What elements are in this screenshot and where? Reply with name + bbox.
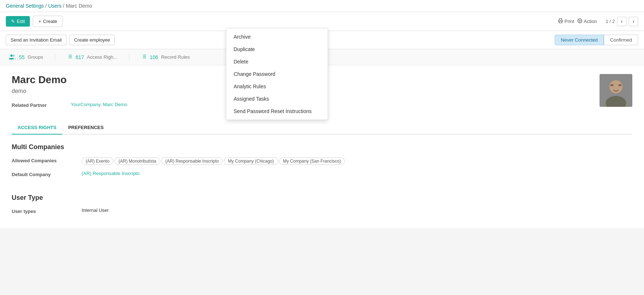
- user-types-label: User types: [12, 207, 77, 214]
- menu-item-send-reset[interactable]: Send Password Reset Instructions: [226, 105, 328, 117]
- invite-button[interactable]: Send an Invitation Email: [6, 35, 66, 45]
- create-employee-button[interactable]: Create employee: [69, 35, 115, 45]
- breadcrumb-general-settings[interactable]: General Settings: [6, 3, 44, 9]
- edit-label: Edit: [17, 19, 25, 24]
- user-type-title: User Type: [12, 194, 632, 202]
- action-label: Action: [584, 19, 597, 24]
- allowed-companies-tags: (AR) Exento (AR) Monotributista (AR) Res…: [82, 157, 632, 166]
- groups-count: 55: [19, 54, 25, 60]
- tag-ar-responsable: (AR) Responsable Inscripto: [161, 158, 223, 165]
- create-label: Create: [43, 19, 57, 24]
- stat-access-rights[interactable]: 617 Access Righ...: [67, 54, 117, 61]
- user-types-value: Internal User: [82, 207, 632, 213]
- user-types-field: User types Internal User: [12, 207, 632, 214]
- breadcrumb-sep2: /: [63, 3, 65, 9]
- edit-button[interactable]: ✎ Edit: [6, 16, 30, 27]
- print-label: Print: [565, 19, 574, 24]
- default-company-label: Default Company: [12, 171, 77, 177]
- related-partner-label: Related Partner: [12, 102, 66, 108]
- svg-point-1: [579, 20, 581, 22]
- default-company-value[interactable]: (AR) Responsable Inscripto: [82, 171, 632, 176]
- plus-icon: +: [38, 19, 41, 24]
- groups-label: Groups: [28, 54, 43, 60]
- menu-item-assigned-tasks[interactable]: Assigned Tasks: [226, 93, 328, 105]
- action-dropdown: Archive Duplicate Delete Change Password…: [226, 28, 328, 120]
- avatar: [600, 74, 632, 107]
- toolbar: ✎ Edit + Create Print Action 1 / 2 ‹ › A…: [0, 12, 644, 31]
- menu-item-delete[interactable]: Delete: [226, 55, 328, 68]
- print-button[interactable]: Print: [558, 18, 574, 24]
- create-button[interactable]: + Create: [33, 16, 63, 27]
- pagination-text: 1 / 2: [606, 19, 615, 24]
- svg-rect-18: [610, 84, 613, 86]
- people-icon: [9, 54, 16, 61]
- tag-chicago: My Company (Chicago): [224, 158, 278, 165]
- breadcrumb: General Settings / Users / Marc Demo: [0, 0, 644, 12]
- breadcrumb-sep1: /: [45, 3, 47, 9]
- menu-item-analytic-rules[interactable]: Analytic Rules: [226, 80, 328, 93]
- tag-ar-exento: (AR) Exento: [82, 158, 113, 165]
- edit-icon: ✎: [11, 19, 15, 24]
- menu-item-change-password[interactable]: Change Password: [226, 68, 328, 80]
- print-icon: [558, 18, 563, 24]
- access-rights-count: 617: [75, 54, 84, 60]
- tag-ar-monotributista: (AR) Monotributista: [114, 158, 160, 165]
- svg-point-2: [10, 54, 12, 57]
- menu-item-duplicate[interactable]: Duplicate: [226, 43, 328, 55]
- breadcrumb-users[interactable]: Users: [48, 3, 62, 9]
- tab-access-rights[interactable]: ACCESS RIGHTS: [12, 121, 62, 135]
- next-button[interactable]: ›: [629, 17, 638, 26]
- gear-icon: [577, 18, 582, 24]
- default-company-field: Default Company (AR) Responsable Inscrip…: [12, 171, 632, 177]
- multi-companies-title: Multi Companies: [12, 143, 632, 151]
- record-rules-label: Record Rules: [161, 54, 190, 60]
- breadcrumb-current: Marc Demo: [66, 3, 92, 9]
- menu-item-archive[interactable]: Archive: [226, 31, 328, 43]
- related-partner-value[interactable]: YourCompany, Marc Demo: [71, 102, 127, 107]
- status-never-connected[interactable]: Never Connected: [555, 35, 604, 45]
- multi-companies-section: Multi Companies Allowed Companies (AR) E…: [0, 135, 644, 191]
- prev-button[interactable]: ‹: [617, 17, 627, 26]
- allowed-companies-label: Allowed Companies: [12, 157, 77, 163]
- stat-groups[interactable]: 55 Groups: [9, 54, 43, 61]
- svg-rect-0: [559, 21, 562, 23]
- user-type-section: User Type User types Internal User: [0, 191, 644, 228]
- action-button[interactable]: Action: [577, 18, 597, 24]
- svg-rect-19: [618, 84, 621, 86]
- tabs: ACCESS RIGHTS PREFERENCES: [12, 121, 632, 135]
- allowed-companies-field: Allowed Companies (AR) Exento (AR) Monot…: [12, 157, 632, 166]
- record-rules-count: 106: [150, 54, 158, 60]
- access-rights-label: Access Righ...: [87, 54, 117, 60]
- tag-san-francisco: My Company (San Francisco): [279, 158, 345, 165]
- stat-record-rules[interactable]: 106 Record Rules: [141, 54, 190, 61]
- status-buttons: Never Connected Confirmed: [555, 35, 638, 45]
- list-icon-2: [141, 54, 147, 61]
- tab-preferences[interactable]: PREFERENCES: [62, 121, 110, 135]
- list-icon-1: [67, 54, 73, 61]
- status-confirmed[interactable]: Confirmed: [604, 35, 638, 45]
